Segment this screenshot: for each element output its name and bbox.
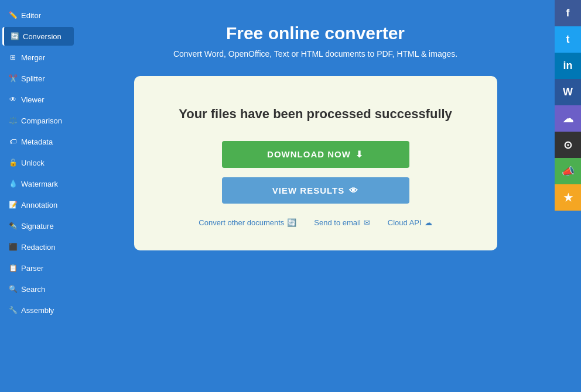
social-cloud-button[interactable]: ☁ — [555, 105, 581, 132]
metadata-icon: 🏷 — [8, 137, 18, 146]
comparison-icon: ⚖️ — [8, 116, 18, 125]
send-email-label: Send to email — [314, 218, 361, 227]
download-now-button[interactable]: DOWNLOAD NOW ⬇ — [222, 141, 409, 168]
signature-icon: ✒️ — [8, 221, 18, 231]
sidebar-item-conversion[interactable]: 🔄Conversion — [2, 27, 74, 46]
sidebar-item-signature[interactable]: ✒️Signature — [2, 216, 74, 235]
success-message: Your files have been processed successfu… — [179, 105, 452, 123]
sidebar-label-unlock: Unlock — [21, 159, 45, 167]
social-announce-button[interactable]: 📣 — [555, 158, 581, 184]
sidebar-item-splitter[interactable]: ✂️Splitter — [2, 69, 74, 88]
sidebar-label-viewer: Viewer — [21, 95, 45, 104]
sidebar-label-search: Search — [21, 285, 45, 294]
page-subtitle: Convert Word, OpenOffice, Text or HTML d… — [173, 49, 457, 59]
sidebar-item-parser[interactable]: 📋Parser — [2, 259, 74, 277]
social-bar: ftinW☁⊙📣★ — [555, 0, 581, 392]
sidebar-item-editor[interactable]: ✏️Editor — [2, 6, 74, 25]
sidebar-label-assembly: Assembly — [21, 306, 54, 315]
cloud-api-label: Cloud API — [388, 218, 422, 227]
sidebar-label-annotation: Annotation — [21, 201, 57, 209]
download-icon: ⬇ — [356, 149, 364, 160]
sidebar-label-signature: Signature — [21, 222, 54, 231]
sidebar-item-annotation[interactable]: 📝Annotation — [2, 195, 74, 214]
redaction-icon: ⬛ — [8, 242, 18, 252]
sidebar-item-watermark[interactable]: 💧Watermark — [2, 174, 74, 193]
sidebar-item-redaction[interactable]: ⬛Redaction — [2, 238, 74, 256]
refresh-icon: 🔄 — [287, 218, 296, 227]
sidebar-item-search[interactable]: 🔍Search — [2, 280, 74, 298]
sidebar-label-splitter: Splitter — [21, 74, 45, 83]
view-results-button[interactable]: VIEW RESULTS 👁 — [222, 177, 409, 204]
convert-other-label: Convert other documents — [199, 218, 284, 227]
result-card: Your files have been processed successfu… — [134, 76, 497, 250]
assembly-icon: 🔧 — [8, 305, 18, 315]
sidebar: ✏️Editor🔄Conversion⊞Merger✂️Splitter👁Vie… — [0, 0, 76, 392]
send-email-link[interactable]: Send to email ✉ — [314, 218, 370, 227]
social-facebook-button[interactable]: f — [555, 0, 581, 26]
sidebar-label-merger: Merger — [21, 53, 45, 62]
search-icon: 🔍 — [8, 284, 18, 294]
main-content: Free online converter Convert Word, Open… — [76, 0, 555, 392]
social-star-button[interactable]: ★ — [555, 184, 581, 211]
viewer-icon: 👁 — [8, 95, 18, 104]
social-twitter-button[interactable]: t — [555, 26, 581, 53]
download-label: DOWNLOAD NOW — [267, 149, 351, 159]
sidebar-item-metadata[interactable]: 🏷Metadata — [2, 132, 74, 151]
sidebar-label-metadata: Metadata — [21, 137, 53, 146]
parser-icon: 📋 — [8, 263, 18, 273]
social-linkedin-button[interactable]: in — [555, 53, 581, 79]
card-links: Convert other documents 🔄 Send to email … — [199, 218, 432, 227]
watermark-icon: 💧 — [8, 179, 18, 188]
view-results-label: VIEW RESULTS — [272, 185, 344, 195]
convert-other-link[interactable]: Convert other documents 🔄 — [199, 218, 296, 227]
splitter-icon: ✂️ — [8, 74, 18, 83]
email-icon: ✉ — [364, 218, 370, 227]
sidebar-item-comparison[interactable]: ⚖️Comparison — [2, 111, 74, 130]
annotation-icon: 📝 — [8, 200, 18, 209]
merger-icon: ⊞ — [8, 53, 18, 62]
cloud-icon: ☁ — [425, 218, 432, 227]
sidebar-label-editor: Editor — [21, 11, 41, 20]
sidebar-label-redaction: Redaction — [21, 243, 56, 252]
conversion-icon: 🔄 — [10, 32, 19, 41]
sidebar-label-comparison: Comparison — [21, 116, 62, 125]
unlock-icon: 🔓 — [8, 158, 18, 167]
editor-icon: ✏️ — [8, 11, 18, 20]
page-title: Free online converter — [226, 23, 405, 43]
sidebar-label-parser: Parser — [21, 264, 43, 273]
sidebar-item-unlock[interactable]: 🔓Unlock — [2, 153, 74, 172]
eye-icon: 👁 — [349, 185, 358, 195]
sidebar-label-watermark: Watermark — [21, 180, 58, 188]
social-word-button[interactable]: W — [555, 79, 581, 105]
cloud-api-link[interactable]: Cloud API ☁ — [388, 218, 432, 227]
sidebar-item-viewer[interactable]: 👁Viewer — [2, 90, 74, 109]
sidebar-label-conversion: Conversion — [23, 32, 61, 41]
sidebar-item-merger[interactable]: ⊞Merger — [2, 48, 74, 67]
sidebar-item-assembly[interactable]: 🔧Assembly — [2, 301, 74, 319]
social-github-button[interactable]: ⊙ — [555, 132, 581, 158]
